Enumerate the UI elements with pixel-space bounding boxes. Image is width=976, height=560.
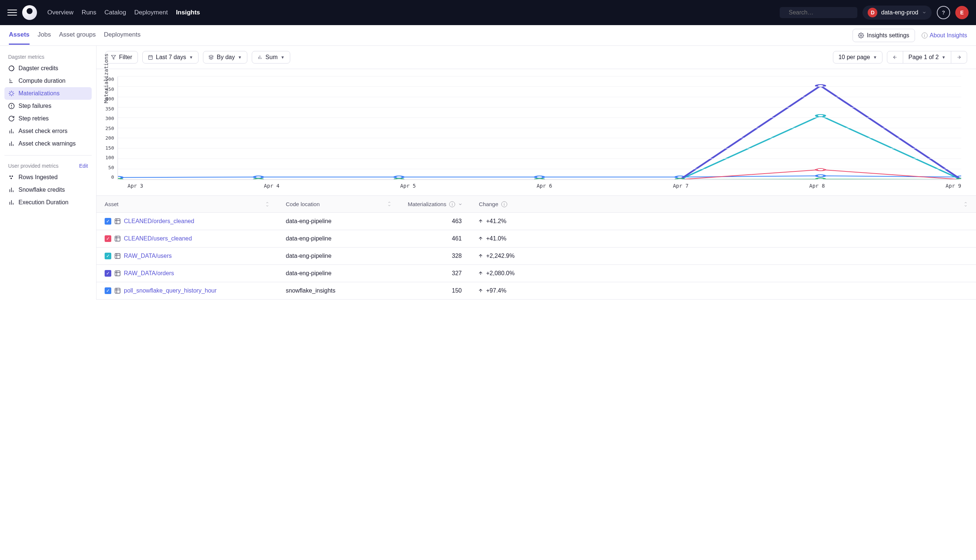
x-tick: Apr 3 bbox=[127, 183, 143, 189]
checkbox[interactable]: ✓ bbox=[105, 218, 111, 225]
table-row: ✓RAW_DATA/ordersdata-eng-pipeline327+2,0… bbox=[97, 265, 976, 282]
arrow-up-icon bbox=[478, 236, 483, 241]
help-button[interactable]: ? bbox=[937, 6, 950, 19]
table-row: ✓CLEANED/orders_cleaneddata-eng-pipeline… bbox=[97, 213, 976, 230]
arrow-up-icon bbox=[478, 271, 483, 276]
nav-catalog[interactable]: Catalog bbox=[105, 9, 127, 16]
table-row: ✓poll_snowflake_query_history_hoursnowfl… bbox=[97, 282, 976, 300]
sidebar-item-asset-check-errors[interactable]: Asset check errors bbox=[5, 125, 92, 137]
svg-point-14 bbox=[12, 176, 13, 177]
about-insights-link[interactable]: i About Insights bbox=[922, 32, 967, 39]
info-icon: i bbox=[449, 201, 455, 207]
info-icon: i bbox=[922, 33, 928, 38]
asset-link[interactable]: CLEANED/orders_cleaned bbox=[124, 218, 194, 225]
range-selector[interactable]: Last 7 days ▼ bbox=[142, 51, 199, 63]
tab-asset-groups[interactable]: Asset groups bbox=[59, 26, 96, 45]
th-change[interactable]: Change i bbox=[471, 196, 976, 212]
bar-icon bbox=[8, 140, 15, 147]
page-prev-button[interactable] bbox=[887, 51, 903, 63]
y-tick: 150 bbox=[105, 145, 114, 151]
y-tick: 100 bbox=[105, 155, 114, 160]
sidebar-item-step-failures[interactable]: Step failures bbox=[5, 100, 92, 112]
calendar-icon bbox=[148, 55, 153, 60]
th-asset[interactable]: Asset bbox=[97, 196, 277, 212]
sidebar-item-rows-ingested[interactable]: Rows Ingested bbox=[5, 171, 92, 183]
svg-rect-37 bbox=[115, 236, 120, 241]
search-box[interactable]: / bbox=[780, 7, 857, 18]
checkbox[interactable]: ✓ bbox=[105, 253, 111, 259]
barchart-icon bbox=[257, 55, 262, 60]
search-input[interactable] bbox=[789, 9, 862, 16]
svg-point-2 bbox=[860, 35, 862, 36]
table-icon bbox=[114, 253, 121, 259]
gear-icon bbox=[858, 33, 864, 38]
nav-runs[interactable]: Runs bbox=[82, 9, 97, 16]
sidebar-item-snowflake-credits[interactable]: Snowflake credits bbox=[5, 183, 92, 196]
change-cell: +97.4% bbox=[470, 282, 976, 299]
page-indicator[interactable]: Page 1 of 2 ▼ bbox=[903, 51, 951, 63]
asset-link[interactable]: CLEANED/users_cleaned bbox=[124, 235, 192, 242]
table-row: ✓RAW_DATA/usersdata-eng-pipeline328+2,24… bbox=[97, 247, 976, 265]
materializations-cell: 150 bbox=[399, 282, 470, 299]
arrow-right-icon bbox=[956, 55, 962, 60]
nav-deployment[interactable]: Deployment bbox=[134, 9, 168, 16]
sidebar-item-execution-duration[interactable]: Execution Duration bbox=[5, 196, 92, 209]
tab-assets[interactable]: Assets bbox=[9, 26, 30, 45]
y-tick: 50 bbox=[105, 165, 114, 170]
arrow-up-icon bbox=[478, 288, 483, 293]
asset-link[interactable]: poll_snowflake_query_history_hour bbox=[124, 287, 217, 294]
sidebar-item-materializations[interactable]: Materializations bbox=[5, 87, 92, 100]
perpage-selector[interactable]: 10 per page ▼ bbox=[833, 51, 882, 63]
checkbox[interactable]: ✓ bbox=[105, 287, 111, 294]
top-nav: OverviewRunsCatalogDeploymentInsights bbox=[47, 9, 200, 16]
filter-button[interactable]: Filter bbox=[105, 51, 138, 63]
x-tick: Apr 7 bbox=[673, 183, 689, 189]
change-cell: +41.2% bbox=[470, 213, 976, 230]
tab-jobs[interactable]: Jobs bbox=[38, 26, 51, 45]
svg-rect-45 bbox=[115, 271, 120, 276]
svg-marker-22 bbox=[111, 55, 116, 60]
chevron-down-icon bbox=[922, 10, 926, 15]
nav-overview[interactable]: Overview bbox=[47, 9, 74, 16]
x-tick: Apr 6 bbox=[536, 183, 552, 189]
code-location-cell: data-eng-pipeline bbox=[277, 247, 399, 265]
asset-link[interactable]: RAW_DATA/orders bbox=[124, 270, 174, 277]
y-tick: 0 bbox=[105, 174, 114, 180]
y-tick: 250 bbox=[105, 126, 114, 131]
checkbox[interactable]: ✓ bbox=[105, 235, 111, 242]
page-next-button[interactable] bbox=[951, 51, 967, 63]
sidebar: Dagster metrics Dagster creditsCompute d… bbox=[0, 46, 97, 300]
arrow-up-icon bbox=[478, 219, 483, 224]
sidebar-item-compute-duration[interactable]: Compute duration bbox=[5, 75, 92, 87]
sort-down-icon bbox=[458, 202, 463, 207]
checkbox[interactable]: ✓ bbox=[105, 270, 111, 277]
tab-deployments[interactable]: Deployments bbox=[104, 26, 140, 45]
data-point bbox=[254, 176, 263, 178]
data-point bbox=[817, 115, 825, 117]
menu-button[interactable] bbox=[7, 8, 17, 17]
asset-link[interactable]: RAW_DATA/users bbox=[124, 253, 172, 259]
insights-settings-button[interactable]: Insights settings bbox=[852, 29, 915, 42]
aggregation-selector[interactable]: Sum ▼ bbox=[252, 51, 290, 63]
info-icon: i bbox=[501, 201, 507, 207]
sidebar-item-step-retries[interactable]: Step retries bbox=[5, 112, 92, 125]
section-label-dagster: Dagster metrics bbox=[5, 52, 92, 62]
groupby-selector[interactable]: By day ▼ bbox=[203, 51, 247, 63]
logo-icon[interactable] bbox=[22, 5, 37, 20]
th-materializations[interactable]: Materializations i bbox=[399, 196, 471, 212]
th-code[interactable]: Code location bbox=[277, 196, 399, 212]
sidebar-item-asset-check-warnings[interactable]: Asset check warnings bbox=[5, 137, 92, 150]
svg-point-13 bbox=[10, 176, 11, 177]
edit-metrics-link[interactable]: Edit bbox=[79, 163, 88, 169]
svg-rect-49 bbox=[115, 288, 120, 293]
deployment-selector[interactable]: D data-eng-prod bbox=[862, 5, 932, 20]
data-point bbox=[535, 176, 544, 178]
series-line bbox=[118, 116, 961, 180]
y-tick: 300 bbox=[105, 116, 114, 121]
table-icon bbox=[114, 270, 121, 277]
sidebar-item-dagster-credits[interactable]: Dagster credits bbox=[5, 62, 92, 75]
sort-icon bbox=[387, 201, 391, 207]
deployment-name: data-eng-prod bbox=[881, 9, 918, 16]
nav-insights[interactable]: Insights bbox=[176, 9, 200, 16]
avatar[interactable]: E bbox=[955, 6, 969, 19]
